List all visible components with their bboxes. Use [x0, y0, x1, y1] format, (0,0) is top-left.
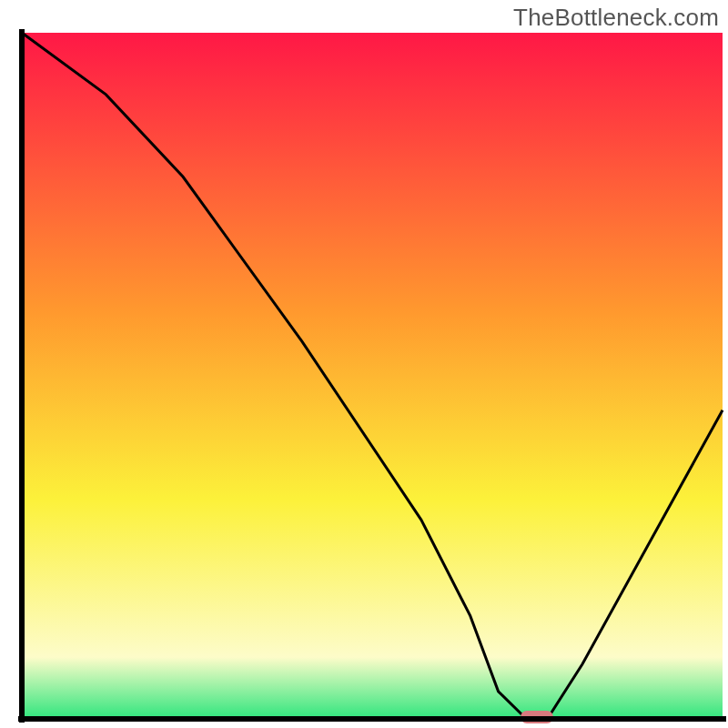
watermark-label: TheBottleneck.com [513, 4, 719, 32]
chart-container: TheBottleneck.com [0, 0, 728, 728]
chart-plot [0, 0, 728, 728]
plot-background [22, 33, 723, 719]
